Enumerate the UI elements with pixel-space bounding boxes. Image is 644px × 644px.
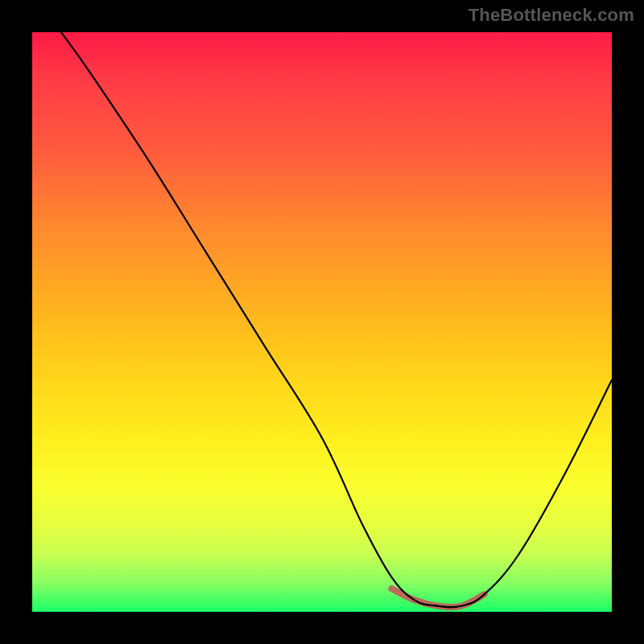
curve-svg	[32, 32, 612, 612]
plot-area	[32, 32, 612, 612]
bottleneck-curve-line	[61, 32, 612, 607]
chart-frame: TheBottleneck.com	[0, 0, 644, 644]
watermark-text: TheBottleneck.com	[469, 5, 634, 26]
